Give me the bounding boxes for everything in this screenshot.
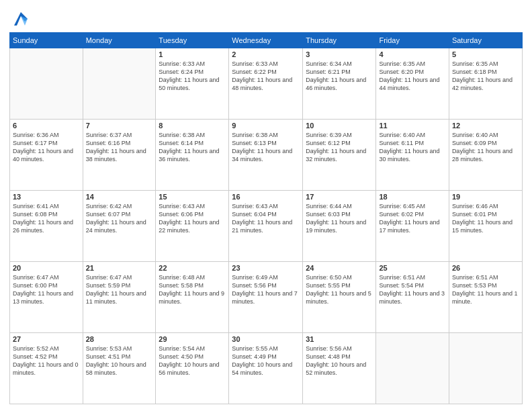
calendar-week-row: 20Sunrise: 6:47 AM Sunset: 6:00 PM Dayli… (10, 262, 523, 333)
day-number: 18 (379, 193, 445, 201)
calendar-cell: 22Sunrise: 6:48 AM Sunset: 5:58 PM Dayli… (156, 262, 229, 333)
calendar-cell: 15Sunrise: 6:43 AM Sunset: 6:06 PM Dayli… (156, 191, 229, 262)
day-info: Sunrise: 6:37 AM Sunset: 6:16 PM Dayligh… (86, 131, 153, 164)
day-number: 17 (306, 193, 373, 201)
calendar-cell: 17Sunrise: 6:44 AM Sunset: 6:03 PM Dayli… (303, 191, 376, 262)
day-info: Sunrise: 6:51 AM Sunset: 5:54 PM Dayligh… (379, 273, 445, 306)
logo (9, 9, 30, 28)
calendar-cell (10, 48, 83, 120)
calendar-cell: 13Sunrise: 6:41 AM Sunset: 6:08 PM Dayli… (10, 191, 83, 262)
day-info: Sunrise: 6:40 AM Sunset: 6:09 PM Dayligh… (452, 131, 519, 164)
calendar-cell: 18Sunrise: 6:45 AM Sunset: 6:02 PM Dayli… (376, 191, 449, 262)
day-info: Sunrise: 6:36 AM Sunset: 6:17 PM Dayligh… (13, 131, 80, 164)
calendar-cell: 19Sunrise: 6:46 AM Sunset: 6:01 PM Dayli… (449, 191, 522, 262)
calendar-cell: 11Sunrise: 6:40 AM Sunset: 6:11 PM Dayli… (376, 120, 449, 191)
calendar-cell: 6Sunrise: 6:36 AM Sunset: 6:17 PM Daylig… (10, 120, 83, 191)
day-number: 20 (13, 264, 80, 272)
calendar-cell: 5Sunrise: 6:35 AM Sunset: 6:18 PM Daylig… (449, 48, 522, 120)
day-number: 12 (452, 122, 519, 130)
day-number: 13 (13, 193, 80, 201)
calendar-cell: 8Sunrise: 6:38 AM Sunset: 6:14 PM Daylig… (156, 120, 229, 191)
day-info: Sunrise: 6:35 AM Sunset: 6:20 PM Dayligh… (379, 60, 445, 93)
day-info: Sunrise: 6:46 AM Sunset: 6:01 PM Dayligh… (452, 202, 519, 235)
day-number: 1 (159, 50, 226, 58)
day-number: 31 (306, 335, 373, 343)
calendar-cell: 16Sunrise: 6:43 AM Sunset: 6:04 PM Dayli… (229, 191, 303, 262)
day-info: Sunrise: 5:52 AM Sunset: 4:52 PM Dayligh… (13, 345, 80, 377)
calendar-cell: 2Sunrise: 6:33 AM Sunset: 6:22 PM Daylig… (229, 48, 303, 120)
calendar-cell: 1Sunrise: 6:33 AM Sunset: 6:24 PM Daylig… (156, 48, 229, 120)
calendar-cell: 20Sunrise: 6:47 AM Sunset: 6:00 PM Dayli… (10, 262, 83, 333)
day-info: Sunrise: 6:45 AM Sunset: 6:02 PM Dayligh… (379, 202, 445, 235)
day-info: Sunrise: 6:38 AM Sunset: 6:14 PM Dayligh… (159, 131, 226, 164)
day-number: 27 (13, 335, 80, 343)
day-number: 22 (159, 264, 226, 272)
day-number: 26 (452, 264, 519, 272)
day-number: 8 (159, 122, 226, 130)
day-info: Sunrise: 5:55 AM Sunset: 4:49 PM Dayligh… (232, 345, 300, 377)
day-info: Sunrise: 6:51 AM Sunset: 5:53 PM Dayligh… (452, 273, 519, 306)
calendar-cell: 27Sunrise: 5:52 AM Sunset: 4:52 PM Dayli… (10, 333, 83, 404)
day-info: Sunrise: 6:42 AM Sunset: 6:07 PM Dayligh… (86, 202, 153, 235)
day-number: 3 (306, 50, 373, 58)
weekday-header: Tuesday (156, 33, 229, 48)
calendar-cell: 3Sunrise: 6:34 AM Sunset: 6:21 PM Daylig… (303, 48, 376, 120)
page: SundayMondayTuesdayWednesdayThursdayFrid… (0, 0, 532, 411)
weekday-header: Wednesday (229, 33, 303, 48)
calendar-cell: 26Sunrise: 6:51 AM Sunset: 5:53 PM Dayli… (449, 262, 522, 333)
day-number: 21 (86, 264, 153, 272)
day-info: Sunrise: 6:47 AM Sunset: 6:00 PM Dayligh… (13, 273, 80, 306)
day-info: Sunrise: 6:38 AM Sunset: 6:13 PM Dayligh… (232, 131, 300, 164)
weekday-header: Monday (83, 33, 156, 48)
weekday-header: Thursday (303, 33, 376, 48)
weekday-header: Sunday (10, 33, 83, 48)
day-info: Sunrise: 6:34 AM Sunset: 6:21 PM Dayligh… (306, 60, 373, 93)
calendar-week-row: 27Sunrise: 5:52 AM Sunset: 4:52 PM Dayli… (10, 333, 523, 404)
svg-marker-1 (21, 16, 28, 26)
day-number: 10 (306, 122, 373, 130)
weekday-header-row: SundayMondayTuesdayWednesdayThursdayFrid… (10, 33, 523, 48)
day-info: Sunrise: 6:35 AM Sunset: 6:18 PM Dayligh… (452, 60, 519, 93)
header (9, 7, 523, 28)
day-info: Sunrise: 6:33 AM Sunset: 6:22 PM Dayligh… (232, 60, 300, 93)
day-info: Sunrise: 6:47 AM Sunset: 5:59 PM Dayligh… (86, 273, 153, 306)
calendar-week-row: 6Sunrise: 6:36 AM Sunset: 6:17 PM Daylig… (10, 120, 523, 191)
day-info: Sunrise: 6:44 AM Sunset: 6:03 PM Dayligh… (306, 202, 373, 235)
calendar-cell (449, 333, 522, 404)
day-info: Sunrise: 5:56 AM Sunset: 4:48 PM Dayligh… (306, 345, 373, 377)
calendar-cell: 23Sunrise: 6:49 AM Sunset: 5:56 PM Dayli… (229, 262, 303, 333)
day-info: Sunrise: 6:48 AM Sunset: 5:58 PM Dayligh… (159, 273, 226, 306)
day-number: 24 (306, 264, 373, 272)
calendar-cell: 21Sunrise: 6:47 AM Sunset: 5:59 PM Dayli… (83, 262, 156, 333)
day-info: Sunrise: 6:33 AM Sunset: 6:24 PM Dayligh… (159, 60, 226, 93)
day-number: 15 (159, 193, 226, 201)
day-info: Sunrise: 6:39 AM Sunset: 6:12 PM Dayligh… (306, 131, 373, 164)
day-number: 23 (232, 264, 300, 272)
calendar-cell: 4Sunrise: 6:35 AM Sunset: 6:20 PM Daylig… (376, 48, 449, 120)
day-number: 7 (86, 122, 153, 130)
calendar-cell: 14Sunrise: 6:42 AM Sunset: 6:07 PM Dayli… (83, 191, 156, 262)
day-info: Sunrise: 6:49 AM Sunset: 5:56 PM Dayligh… (232, 273, 300, 306)
day-number: 4 (379, 50, 445, 58)
day-number: 28 (86, 335, 153, 343)
day-number: 25 (379, 264, 445, 272)
calendar-cell: 9Sunrise: 6:38 AM Sunset: 6:13 PM Daylig… (229, 120, 303, 191)
day-number: 5 (452, 50, 519, 58)
weekday-header: Friday (376, 33, 449, 48)
day-number: 19 (452, 193, 519, 201)
day-number: 16 (232, 193, 300, 201)
weekday-header: Saturday (449, 33, 522, 48)
day-number: 2 (232, 50, 300, 58)
calendar-cell: 28Sunrise: 5:53 AM Sunset: 4:51 PM Dayli… (83, 333, 156, 404)
calendar-cell: 29Sunrise: 5:54 AM Sunset: 4:50 PM Dayli… (156, 333, 229, 404)
calendar-cell: 31Sunrise: 5:56 AM Sunset: 4:48 PM Dayli… (303, 333, 376, 404)
day-info: Sunrise: 6:43 AM Sunset: 6:06 PM Dayligh… (159, 202, 226, 235)
calendar-cell (83, 48, 156, 120)
logo-icon (11, 9, 30, 28)
calendar-cell: 25Sunrise: 6:51 AM Sunset: 5:54 PM Dayli… (376, 262, 449, 333)
day-info: Sunrise: 6:43 AM Sunset: 6:04 PM Dayligh… (232, 202, 300, 235)
calendar-week-row: 1Sunrise: 6:33 AM Sunset: 6:24 PM Daylig… (10, 48, 523, 120)
day-number: 30 (232, 335, 300, 343)
calendar-table: SundayMondayTuesdayWednesdayThursdayFrid… (9, 32, 523, 404)
day-number: 11 (379, 122, 445, 130)
